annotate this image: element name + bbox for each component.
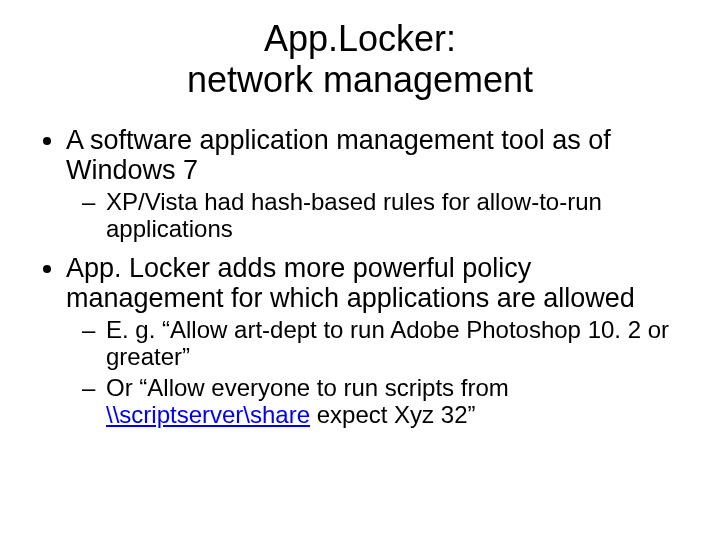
bullet-text: XP/Vista had hash-based rules for allow-… [106,188,602,242]
title-line-2: network management [187,59,533,100]
bullet-text: E. g. “Allow art-dept to run Adobe Photo… [106,316,669,370]
slide: App.Locker: network management A softwar… [0,0,720,540]
sub-list: XP/Vista had hash-based rules for allow-… [66,189,690,243]
bullet-text: A software application management tool a… [66,125,611,185]
unc-path-link[interactable]: \\scriptserver\share [106,401,310,428]
title-line-1: App.Locker: [264,18,456,59]
bullet-list: A software application management tool a… [30,125,690,429]
bullet-text-suffix: expect Xyz 32” [310,401,475,428]
list-item: App. Locker adds more powerful policy ma… [66,253,690,429]
bullet-text: App. Locker adds more powerful policy ma… [66,253,635,313]
list-item: E. g. “Allow art-dept to run Adobe Photo… [106,317,690,371]
list-item: Or “Allow everyone to run scripts from \… [106,375,690,429]
slide-title: App.Locker: network management [30,18,690,101]
list-item: XP/Vista had hash-based rules for allow-… [106,189,690,243]
bullet-text-prefix: Or “Allow everyone to run scripts from [106,374,509,401]
list-item: A software application management tool a… [66,125,690,243]
sub-list: E. g. “Allow art-dept to run Adobe Photo… [66,317,690,429]
